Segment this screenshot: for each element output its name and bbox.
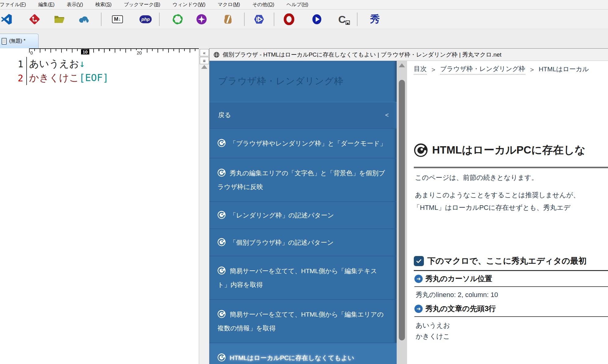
line-number: 2 (0, 73, 26, 84)
sidebar-back-button[interactable]: < 戻る (209, 102, 397, 128)
document-icon (2, 38, 7, 45)
globe-icon (213, 51, 220, 58)
menu-macro[interactable]: マクロ(M) (214, 2, 244, 8)
folder-icon[interactable] (53, 13, 65, 25)
breadcrumb-section-link[interactable]: ブラウザ枠・レンダリング枠 (440, 65, 525, 75)
breadcrumb-current: HTMLはローカル (539, 65, 589, 74)
ruler-cursor-column-marker: 10 (81, 49, 89, 54)
page-content: 目次 > ブラウザ枠・レンダリング枠 > HTMLはローカル HTMLはローカル… (407, 61, 608, 364)
toolbar-separator (159, 13, 160, 26)
sidebar-item-3[interactable]: 「レンダリング枠」の記述パターン (209, 201, 397, 228)
ruler-label-0: 0 (30, 50, 33, 55)
heading-rule (414, 167, 608, 168)
editor-scrollbar[interactable]: « ≡ (199, 48, 209, 364)
cursor-position-value: 秀丸のlineno: 2, column: 10 (416, 290, 498, 299)
markdown-icon[interactable]: M↓ (111, 13, 124, 25)
openai-icon[interactable] (172, 13, 184, 25)
site-logo-icon (217, 169, 226, 177)
browser-title-text: 個別ブラウザ - HTMLはローカルPCに存在しなくてもよい | ブラウザ枠・レ… (223, 51, 502, 59)
site-logo-icon (217, 139, 226, 147)
tab-untitled[interactable]: (無題) * (0, 34, 39, 48)
site-logo-icon (217, 310, 226, 318)
sidebar-header: ブラウザ枠・レンダリング枠 (209, 61, 397, 102)
sparkle-icon[interactable] (195, 13, 208, 25)
document-text-line: あいうえお (416, 321, 450, 330)
sidebar-item-7-active[interactable]: HTMLはローカルPCに存在しなくてもよい (209, 343, 397, 364)
tab-label: (無題) * (9, 38, 25, 44)
line-text: あいうえお (29, 58, 79, 69)
first-three-lines-heading: ➜ 秀丸の文章の先頭3行 (414, 304, 608, 317)
gem-play-icon[interactable] (253, 13, 265, 25)
record-icon[interactable] (283, 13, 295, 25)
site-logo-icon (217, 238, 226, 246)
line-number: 1 (0, 59, 26, 69)
browser-pane: 個別ブラウザ - HTMLはローカルPCに存在しなくてもよい | ブラウザ枠・レ… (209, 48, 608, 364)
cloud-icon[interactable] (78, 13, 90, 25)
editor-pane[interactable]: 0 10 20 1 あいうえお↓ 2 かきくけこ[EOF] (0, 48, 199, 364)
arrow-circle-icon: ➜ (414, 275, 423, 283)
ruler: 0 10 20 (29, 48, 199, 57)
breadcrumb: 目次 > ブラウザ枠・レンダリング枠 > HTMLはローカル (414, 65, 589, 75)
breadcrumb-separator: > (432, 66, 435, 73)
breadcrumb-separator: > (530, 66, 534, 73)
toolbar-separator (244, 13, 245, 26)
collapse-chevron-icon[interactable]: < (385, 102, 389, 128)
toolbar-separator (357, 13, 358, 26)
php-icon[interactable]: php (139, 13, 152, 25)
floppy-icon (346, 20, 350, 25)
menu-file[interactable]: ファイル(F) (0, 2, 30, 8)
hidemaru-icon[interactable]: 秀 (369, 13, 381, 25)
macro-section-heading: 下のマクロで、ここに秀丸エディタの最初 (414, 255, 608, 271)
sidebar-item-4[interactable]: 「個別ブラウザ枠」の記述パターン (209, 228, 397, 256)
sidebar-scrollbar[interactable] (397, 61, 407, 364)
sidebar-item-6[interactable]: 簡易サーバーを立てて、HTML側から「編集エリアの複数の情報」を取得 (209, 299, 397, 343)
paragraph: このページは、前節の続きとなります。 (415, 173, 538, 182)
editor-line-1[interactable]: 1 あいうえお↓ (0, 57, 199, 71)
editor-line-2[interactable]: 2 かきくけこ[EOF] (0, 71, 199, 85)
toolbar-separator (101, 13, 102, 26)
tab-scroll-button[interactable]: « (200, 49, 209, 56)
scroll-up-arrow[interactable] (399, 63, 405, 67)
ruler-label-20: 20 (136, 50, 143, 55)
menu-bookmark[interactable]: ブックマーク(B) (120, 2, 164, 8)
tab-bar: (無題) * (0, 29, 608, 48)
cursor-position-heading: ➜ 秀丸のカーソル位置 (414, 274, 608, 287)
scrollbar-thumb[interactable] (399, 80, 405, 340)
site-logo-icon (414, 143, 428, 157)
site-logo-icon (217, 266, 226, 275)
menu-bar: ファイル(F) 編集(E) 表示(V) 検索(S) ブックマーク(B) ウィンド… (0, 0, 608, 9)
paragraph: あまりこのようなことをすることは推奨しませんが、 (415, 191, 580, 200)
vscode-icon[interactable] (0, 13, 13, 25)
claude-icon[interactable] (222, 13, 234, 25)
eof-mark: [EOF] (79, 72, 109, 84)
menu-window[interactable]: ウィンドウ(W) (169, 2, 209, 8)
breadcrumb-toc-link[interactable]: 目次 (414, 65, 427, 75)
outline-list-button[interactable]: ≡ (200, 57, 209, 64)
site-logo-icon (217, 353, 226, 362)
line-text: かきくけこ (29, 72, 79, 84)
sidebar-item-2[interactable]: 秀丸の編集エリアの「文字色」と「背景色」を個別ブラウザ枠に反映 (209, 158, 397, 201)
site-logo-icon (217, 211, 226, 219)
menu-help[interactable]: ヘルプ(H) (283, 2, 312, 8)
scroll-up-arrow[interactable] (201, 65, 207, 69)
toolbar-separator (274, 13, 274, 26)
menu-view[interactable]: 表示(V) (63, 2, 87, 8)
site-sidebar: ブラウザ枠・レンダリング枠 < 戻る 「ブラウザ枠やレンダリング枠」と「ダークモ… (209, 61, 397, 364)
menu-other[interactable]: その他(O) (248, 2, 278, 8)
checkbox-icon (414, 256, 424, 266)
menu-search[interactable]: 検索(S) (91, 2, 116, 8)
sidebar-item-1[interactable]: 「ブラウザ枠やレンダリング枠」と「ダークモード」 (209, 128, 397, 158)
paragraph: 「HTML」はローカルPCに存在せずとも、秀丸エデ (413, 203, 570, 212)
page-title: HTMLはローカルPCに存在しな (414, 143, 586, 157)
git-icon[interactable] (28, 13, 41, 25)
toolbar: M↓ php C 秀 (0, 9, 608, 29)
arrow-circle-icon: ➜ (414, 305, 423, 313)
play-icon[interactable] (311, 13, 323, 25)
menu-edit[interactable]: 編集(E) (34, 2, 58, 8)
browser-title-bar: 個別ブラウザ - HTMLはローカルPCに存在しなくてもよい | ブラウザ枠・レ… (209, 49, 608, 61)
sidebar-item-5[interactable]: 簡易サーバーを立てて、HTML側から「編集テキスト」内容を取得 (209, 256, 397, 299)
newline-mark: ↓ (79, 58, 85, 69)
document-text-line: かきくけこ (416, 332, 450, 341)
c-save-icon[interactable]: C (337, 13, 350, 25)
